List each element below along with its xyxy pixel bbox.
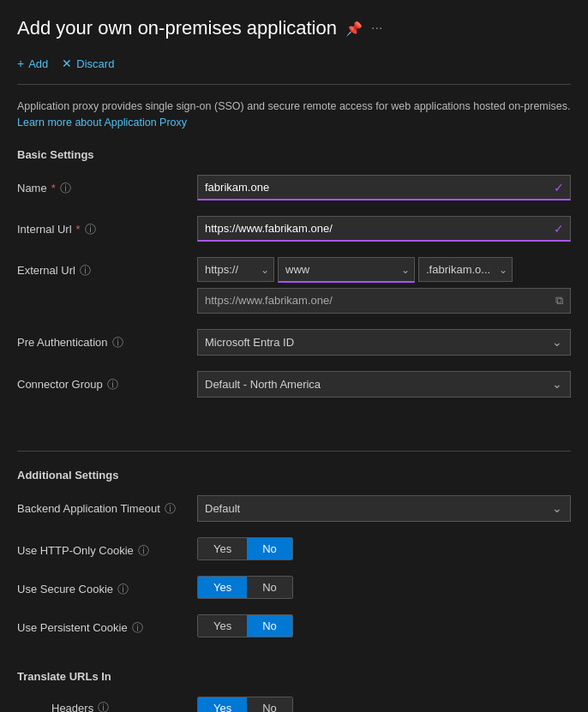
protocol-select-wrapper: https:// http:// — [197, 257, 274, 282]
secure-cookie-info-icon[interactable]: ⓘ — [117, 582, 129, 597]
page-container: Add your own on-premises application 📌 ·… — [0, 0, 588, 712]
backend-timeout-info-icon[interactable]: ⓘ — [165, 501, 176, 517]
external-url-control: https:// http:// www .fabrikam.o... http… — [197, 257, 571, 314]
discard-button[interactable]: ✕ Discard — [62, 55, 114, 72]
http-only-cookie-control: Yes No — [197, 537, 571, 560]
discard-icon: ✕ — [62, 57, 72, 70]
backend-timeout-select[interactable]: Default Long — [197, 495, 571, 522]
page-title: Add your own on-premises application — [17, 17, 337, 39]
external-url-row: External Url ⓘ https:// http:// www — [17, 257, 571, 314]
headers-no-button[interactable]: No — [247, 697, 292, 713]
pre-auth-control: Microsoft Entra ID Passthrough — [197, 329, 571, 356]
internal-url-input[interactable] — [197, 216, 571, 242]
secure-cookie-label: Use Secure Cookie ⓘ — [17, 576, 189, 597]
domain-select-wrapper: .fabrikam.o... — [418, 257, 513, 282]
external-url-selects: https:// http:// www .fabrikam.o... — [197, 257, 571, 283]
add-button[interactable]: + Add — [17, 55, 48, 72]
add-button-label: Add — [28, 57, 48, 70]
name-input[interactable] — [197, 175, 571, 200]
persistent-cookie-label: Use Persistent Cookie ⓘ — [17, 614, 189, 636]
connector-group-select-wrapper: Default - North America — [197, 371, 571, 398]
backend-timeout-label: Backend Application Timeout ⓘ — [17, 495, 189, 517]
discard-button-label: Discard — [76, 57, 114, 70]
pre-auth-select[interactable]: Microsoft Entra ID Passthrough — [197, 329, 571, 356]
name-check-icon: ✓ — [554, 181, 564, 194]
persistent-cookie-yes-button[interactable]: Yes — [198, 615, 247, 637]
http-only-yes-button[interactable]: Yes — [198, 538, 247, 559]
subdomain-select[interactable]: www — [278, 257, 415, 283]
connector-group-label: Connector Group ⓘ — [17, 371, 189, 392]
secure-cookie-no-button[interactable]: No — [247, 577, 292, 598]
secure-cookie-control: Yes No — [197, 576, 571, 599]
basic-settings-title: Basic Settings — [17, 148, 571, 161]
name-label: Name * ⓘ — [17, 175, 189, 196]
info-description: Application proxy provides single sign-o… — [17, 100, 570, 112]
protocol-select[interactable]: https:// http:// — [197, 257, 274, 282]
external-url-text: https://www.fabrikam.one/ — [205, 294, 333, 307]
pre-auth-select-wrapper: Microsoft Entra ID Passthrough — [197, 329, 571, 356]
name-control: ✓ — [197, 175, 571, 200]
pre-auth-info-icon[interactable]: ⓘ — [112, 335, 123, 350]
secure-cookie-yes-button[interactable]: Yes — [198, 577, 247, 598]
name-required: * — [51, 182, 56, 194]
name-info-icon[interactable]: ⓘ — [60, 181, 71, 196]
connector-group-info-icon[interactable]: ⓘ — [107, 377, 118, 392]
info-text: Application proxy provides single sign-o… — [17, 99, 571, 131]
persistent-cookie-row: Use Persistent Cookie ⓘ Yes No — [17, 614, 571, 637]
learn-more-link[interactable]: Learn more about Application Proxy — [17, 117, 187, 129]
external-url-label: External Url ⓘ — [17, 257, 189, 278]
connector-group-control: Default - North America — [197, 371, 571, 398]
headers-label: Headers ⓘ — [51, 700, 189, 712]
divider — [17, 451, 571, 452]
headers-yes-button[interactable]: Yes — [198, 697, 247, 713]
name-row: Name * ⓘ ✓ — [17, 175, 571, 200]
internal-url-label: Internal Url * ⓘ — [17, 216, 189, 237]
secure-cookie-row: Use Secure Cookie ⓘ Yes No — [17, 576, 571, 599]
secure-cookie-toggle: Yes No — [197, 576, 293, 599]
persistent-cookie-control: Yes No — [197, 614, 571, 637]
toolbar: + Add ✕ Discard — [17, 55, 571, 85]
http-only-cookie-label: Use HTTP-Only Cookie ⓘ — [17, 537, 189, 559]
http-only-toggle: Yes No — [197, 537, 293, 560]
external-url-info-icon[interactable]: ⓘ — [80, 263, 91, 278]
additional-settings-title: Additional Settings — [17, 469, 571, 482]
connector-group-select[interactable]: Default - North America — [197, 371, 571, 398]
internal-url-check-icon: ✓ — [554, 222, 564, 236]
name-input-wrap: ✓ — [197, 175, 571, 200]
backend-timeout-select-wrapper: Default Long — [197, 495, 571, 522]
add-icon: + — [17, 57, 24, 70]
domain-select[interactable]: .fabrikam.o... — [418, 257, 513, 282]
http-only-no-button[interactable]: No — [247, 538, 292, 559]
internal-url-info-icon[interactable]: ⓘ — [85, 222, 96, 237]
translate-urls-title: Translate URLs In — [17, 670, 571, 683]
internal-url-control: ✓ — [197, 216, 571, 242]
connector-group-row: Connector Group ⓘ Default - North Americ… — [17, 371, 571, 398]
headers-control: Yes No — [197, 697, 293, 713]
pre-auth-label: Pre Authentication ⓘ — [17, 329, 189, 350]
headers-toggle: Yes No — [197, 697, 293, 713]
internal-url-required: * — [76, 223, 81, 236]
persistent-cookie-info-icon[interactable]: ⓘ — [132, 620, 143, 636]
internal-url-input-wrap: ✓ — [197, 216, 571, 242]
external-url-display: https://www.fabrikam.one/ ⧉ — [197, 288, 571, 314]
more-options-icon[interactable]: ··· — [371, 21, 382, 36]
backend-timeout-row: Backend Application Timeout ⓘ Default Lo… — [17, 495, 571, 522]
subdomain-select-wrapper: www — [278, 257, 415, 283]
pre-auth-row: Pre Authentication ⓘ Microsoft Entra ID … — [17, 329, 571, 356]
http-only-info-icon[interactable]: ⓘ — [138, 543, 149, 559]
title-row: Add your own on-premises application 📌 ·… — [17, 17, 571, 39]
persistent-cookie-toggle: Yes No — [197, 614, 293, 637]
http-only-cookie-row: Use HTTP-Only Cookie ⓘ Yes No — [17, 537, 571, 560]
copy-icon[interactable]: ⧉ — [555, 294, 563, 308]
backend-timeout-control: Default Long — [197, 495, 571, 522]
headers-info-icon[interactable]: ⓘ — [98, 700, 109, 712]
internal-url-row: Internal Url * ⓘ ✓ — [17, 216, 571, 242]
headers-row: Headers ⓘ Yes No — [17, 697, 571, 713]
pin-icon[interactable]: 📌 — [345, 21, 363, 37]
persistent-cookie-no-button[interactable]: No — [247, 615, 292, 637]
